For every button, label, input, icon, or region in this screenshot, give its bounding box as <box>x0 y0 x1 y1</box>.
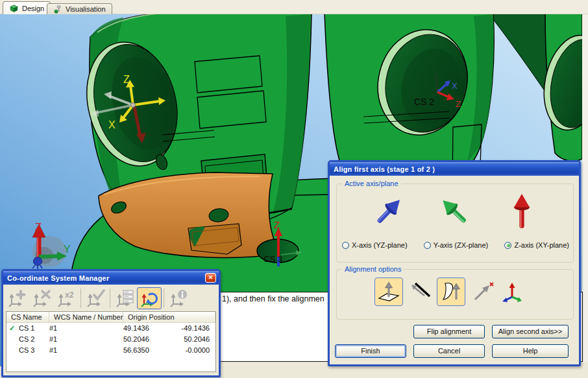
cs-info-icon <box>169 289 188 307</box>
cs-table-header[interactable]: CS Name WCS Name / Number Origin Positio… <box>6 312 215 323</box>
application-window: Design Visualisation <box>0 0 588 378</box>
cs2-name-label: CS 2 <box>414 97 434 107</box>
instruction-text: 1), and then fix the alignmen <box>222 294 325 303</box>
cs-list-button[interactable] <box>112 287 137 309</box>
cs-table: CS Name WCS Name / Number Origin Positio… <box>6 311 216 372</box>
delete-cs-button[interactable] <box>29 287 54 309</box>
tab-design-label: Design <box>22 5 44 12</box>
cs-manager-title: Co-ordinate System Manager <box>7 274 205 282</box>
align-to-surface-button[interactable] <box>437 278 465 306</box>
create-cs-icon <box>7 289 27 307</box>
cs-list-icon <box>115 289 134 307</box>
alignment-options-label: Alignment options <box>342 265 404 273</box>
cs-name: CS 3 <box>19 345 49 356</box>
radio-button-icon[interactable] <box>504 242 511 249</box>
align-dialog-titlebar[interactable]: Align first axis (stage 1 of 2 ) <box>330 162 579 176</box>
activate-cs-button[interactable] <box>83 287 108 309</box>
origin-x: 56.6350 <box>123 345 170 356</box>
origin-y: 50.2046 <box>170 334 215 345</box>
align-dialog-buttons: Flip alignment Align second axis>> Finis… <box>335 325 576 358</box>
wcs-number: #1 <box>49 345 123 356</box>
reorient-cs-button[interactable] <box>137 287 162 309</box>
radio-button-icon[interactable] <box>424 242 431 249</box>
align-axis-dialog: Align first axis (stage 1 of 2 ) Active … <box>328 160 581 366</box>
cs-manager-titlebar[interactable]: Co-ordinate System Manager ✕ <box>3 271 219 285</box>
cs2-x-label: X <box>452 81 458 91</box>
col-cs-name[interactable]: CS Name <box>6 312 49 322</box>
align-to-plane-button[interactable] <box>374 278 403 306</box>
align-to-line-icon[interactable] <box>409 281 431 303</box>
x-axis-arrow-icon[interactable] <box>369 193 407 231</box>
plane-normal-icon <box>377 280 400 303</box>
wcs-number: #1 <box>49 323 123 334</box>
active-axis-group-label: Active axis/plane <box>342 180 401 187</box>
radio-z-axis[interactable]: Z-axis (XY-plane) <box>504 241 569 249</box>
svg-text:x2: x2 <box>65 290 74 300</box>
close-icon[interactable]: ✕ <box>205 273 216 283</box>
active-check-icon <box>6 345 19 356</box>
y-axis-arrow-icon[interactable] <box>436 193 474 231</box>
cs-manager-dialog: Co-ordinate System Manager ✕ <box>1 269 221 377</box>
world-y-label: Y <box>64 244 71 255</box>
table-row-cs2[interactable]: CS 2 #1 50.2046 50.2046 <box>6 334 215 345</box>
active-axis-group: Active axis/plane <box>336 183 574 263</box>
tab-visualisation-label: Visualisation <box>66 5 106 13</box>
toolbar-separator <box>80 289 81 308</box>
activate-cs-icon <box>86 289 105 307</box>
col-origin-position[interactable]: Origin Position <box>123 312 215 322</box>
finish-button[interactable]: Finish <box>335 344 406 358</box>
cs-info-button[interactable] <box>166 287 191 309</box>
z-axis-arrow-icon[interactable] <box>503 193 541 231</box>
toolbar-separator <box>110 289 110 308</box>
active-check-icon <box>6 334 19 345</box>
duplicate-cs-icon: x2 <box>56 289 76 307</box>
align-to-direction-icon[interactable] <box>471 281 495 303</box>
tab-design[interactable]: Design <box>3 1 51 14</box>
col-wcs-name[interactable]: WCS Name / Number <box>49 312 123 322</box>
radio-x-axis[interactable]: X-axis (YZ-plane) <box>342 241 408 249</box>
wcs-number: #1 <box>49 334 123 345</box>
radio-x-label: X-axis (YZ-plane) <box>352 241 408 249</box>
cs1-z-label: Z <box>123 74 130 85</box>
cancel-button[interactable]: Cancel <box>413 344 485 358</box>
table-row-cs1[interactable]: ✓ CS 1 #1 49.1436 -49.1436 <box>6 323 215 334</box>
surface-normal-icon <box>439 280 463 303</box>
axis-arrow-icons <box>337 193 573 231</box>
help-button[interactable]: Help <box>492 344 569 358</box>
cs3-name-label: CS 3 <box>263 254 282 264</box>
delete-cs-icon <box>32 289 51 307</box>
origin-x: 50.2046 <box>123 334 170 345</box>
flip-alignment-button[interactable]: Flip alignment <box>413 325 485 338</box>
cs-name: CS 2 <box>19 334 49 345</box>
radio-y-axis[interactable]: Y-axis (ZX-plane) <box>424 241 489 249</box>
table-row-cs3[interactable]: CS 3 #1 56.6350 -0.0000 <box>6 345 215 356</box>
cs1-x-label: X <box>108 119 116 130</box>
cs3-z-label: Z <box>274 219 280 230</box>
duplicate-cs-button[interactable]: x2 <box>54 287 79 309</box>
radio-z-label: Z-axis (XY-plane) <box>514 241 569 249</box>
tab-bar: Design Visualisation <box>0 0 588 14</box>
design-cube-icon <box>9 4 19 13</box>
origin-y: -0.0000 <box>170 345 215 356</box>
cs-name: CS 1 <box>19 323 49 334</box>
align-dialog-title: Align first axis (stage 1 of 2 ) <box>334 165 576 173</box>
cs2-z-label: Z <box>456 99 461 109</box>
origin-y: -49.1436 <box>170 323 215 334</box>
world-z-label: Z <box>35 222 42 233</box>
axis-radio-row: X-axis (YZ-plane) Y-axis (ZX-plane) Z-ax… <box>342 241 569 249</box>
origin-x: 49.1436 <box>123 323 170 334</box>
radio-button-icon[interactable] <box>342 242 349 249</box>
alignment-options-group: Alignment options <box>336 269 574 320</box>
cs-manager-toolbar: x2 <box>5 286 191 311</box>
tab-visualisation[interactable]: Visualisation <box>47 3 112 14</box>
active-check-icon: ✓ <box>6 323 19 334</box>
axis-triad-icon[interactable] <box>500 281 524 303</box>
radio-y-label: Y-axis (ZX-plane) <box>434 241 489 249</box>
toolbar-separator <box>164 289 164 308</box>
visualisation-icon <box>53 5 62 14</box>
reorient-cs-icon <box>140 289 159 307</box>
right-gutter <box>582 14 588 378</box>
alignment-option-icons <box>374 278 524 306</box>
align-second-axis-button[interactable]: Align second axis>> <box>492 325 569 338</box>
create-cs-button[interactable] <box>5 287 29 309</box>
